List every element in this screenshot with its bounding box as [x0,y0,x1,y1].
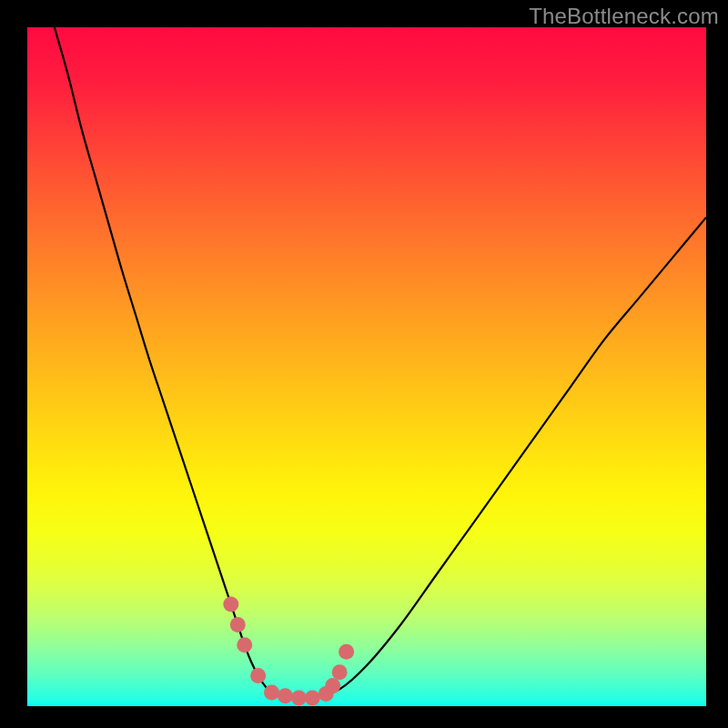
highlight-dot [237,637,252,652]
highlight-dot [339,644,354,660]
highlight-dot [325,678,340,693]
highlight-dot [230,617,246,632]
bottleneck-curve [55,27,706,699]
highlight-dot [278,688,293,703]
chart-frame: TheBottleneck.com [0,0,728,728]
highlight-dot [332,664,348,680]
watermark-text: TheBottleneck.com [529,4,719,29]
highlight-dots [223,597,354,706]
curve-layer [27,27,706,706]
highlight-dot [305,691,320,706]
highlight-dot [264,685,279,701]
highlight-dot [223,597,238,612]
highlight-dot [250,668,266,683]
highlight-dot [291,691,307,706]
plot-area [27,27,706,706]
